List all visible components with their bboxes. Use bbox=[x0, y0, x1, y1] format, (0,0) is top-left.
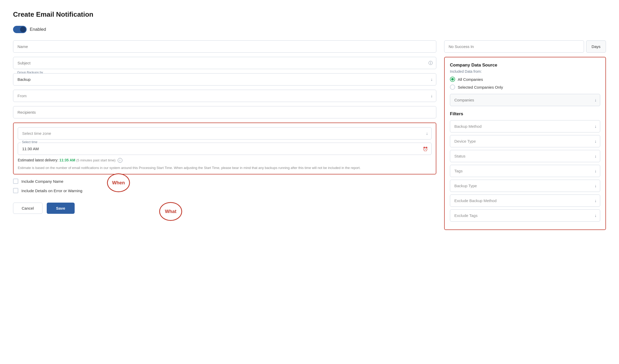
filter-backup-type-select[interactable]: Backup Type bbox=[450, 180, 600, 192]
from-wrapper: From ↓ bbox=[13, 90, 436, 102]
companies-dropdown-wrapper: ↓ bbox=[450, 94, 600, 106]
recipients-input[interactable] bbox=[13, 106, 436, 118]
filter-exclude-tags-select[interactable]: Exclude Tags bbox=[450, 209, 600, 222]
page-title: Create Email Notification bbox=[13, 10, 606, 19]
company-source-title: Company Data Source bbox=[450, 63, 600, 68]
group-backups-select[interactable]: Backup bbox=[13, 73, 436, 86]
filter-backup-method-wrapper: Backup Method ↓ bbox=[450, 120, 600, 132]
action-buttons: Cancel Save bbox=[13, 203, 436, 214]
subject-field-wrapper: ⓘ bbox=[13, 57, 436, 69]
filter-tags-select[interactable]: Tags bbox=[450, 165, 600, 177]
from-select[interactable]: From bbox=[13, 90, 436, 102]
include-details-row: Include Details on Error or Warning bbox=[13, 188, 436, 193]
include-company-checkbox[interactable] bbox=[13, 179, 18, 184]
estimate-description: Estimate is based on the number of email… bbox=[18, 166, 432, 170]
timezone-wrapper: Select time zone ↓ bbox=[18, 127, 432, 139]
time-section: Select time zone ↓ Select time ⏰ Estimat… bbox=[13, 123, 436, 174]
companies-input[interactable] bbox=[450, 94, 600, 106]
all-companies-radio[interactable] bbox=[450, 77, 455, 82]
recipients-wrapper bbox=[13, 106, 436, 118]
delivery-note: (5 minutes past start time) bbox=[76, 158, 115, 162]
selected-companies-radio-row[interactable]: Selected Companies Only bbox=[450, 84, 600, 90]
included-data-label: Included Data from: bbox=[450, 69, 600, 74]
include-company-label: Include Company Name bbox=[21, 179, 63, 184]
name-input[interactable] bbox=[13, 40, 436, 53]
time-input[interactable] bbox=[18, 143, 432, 155]
group-backups-wrapper: Group Backups by Backup ↓ bbox=[13, 73, 436, 86]
right-column: Days Company Data Source Included Data f… bbox=[444, 40, 606, 230]
delivery-info: Estimated latest delivery: 11:35 AM (5 m… bbox=[18, 158, 432, 163]
enabled-toggle[interactable] bbox=[13, 26, 27, 33]
filter-exclude-backup-method-select[interactable]: Exclude Backup Method bbox=[450, 195, 600, 207]
select-time-label: Select time bbox=[21, 140, 38, 144]
all-companies-label: All Companies bbox=[458, 77, 483, 82]
name-field-wrapper bbox=[13, 40, 436, 53]
subject-input[interactable] bbox=[13, 57, 436, 69]
cancel-button[interactable]: Cancel bbox=[13, 203, 43, 214]
filter-backup-type-wrapper: Backup Type ↓ bbox=[450, 180, 600, 192]
company-radio-group: All Companies Selected Companies Only bbox=[450, 77, 600, 90]
filter-exclude-backup-method-wrapper: Exclude Backup Method ↓ bbox=[450, 195, 600, 207]
enabled-label: Enabled bbox=[30, 27, 46, 32]
filters-list: Backup Method ↓ Device Type ↓ Status ↓ T… bbox=[450, 120, 600, 222]
clock-icon: ⏰ bbox=[423, 146, 428, 151]
no-success-input[interactable] bbox=[444, 40, 584, 53]
days-badge: Days bbox=[586, 40, 606, 53]
selected-companies-radio[interactable] bbox=[450, 84, 455, 90]
include-details-checkbox[interactable] bbox=[13, 188, 18, 193]
time-field-wrapper: Select time ⏰ bbox=[18, 143, 432, 155]
include-details-label: Include Details on Error or Warning bbox=[21, 189, 82, 193]
include-company-row: Include Company Name bbox=[13, 179, 436, 184]
filters-title: Filters bbox=[450, 111, 600, 117]
all-companies-radio-row[interactable]: All Companies bbox=[450, 77, 600, 82]
save-button[interactable]: Save bbox=[47, 203, 75, 214]
companies-chevron-icon: ↓ bbox=[594, 98, 597, 102]
filter-backup-method-select[interactable]: Backup Method bbox=[450, 120, 600, 132]
selected-companies-label: Selected Companies Only bbox=[458, 85, 503, 89]
timezone-select[interactable]: Select time zone bbox=[18, 127, 432, 139]
delivery-prefix: Estimated latest delivery: bbox=[18, 158, 59, 162]
filter-device-type-select[interactable]: Device Type bbox=[450, 135, 600, 147]
filter-exclude-tags-wrapper: Exclude Tags ↓ bbox=[450, 209, 600, 222]
filter-tags-wrapper: Tags ↓ bbox=[450, 165, 600, 177]
filter-status-select[interactable]: Status bbox=[450, 150, 600, 162]
no-success-row: Days bbox=[444, 40, 606, 53]
delivery-time: 11:35 AM bbox=[59, 158, 75, 162]
filter-device-type-wrapper: Device Type ↓ bbox=[450, 135, 600, 147]
delivery-info-icon[interactable]: i bbox=[118, 158, 122, 163]
filter-status-wrapper: Status ↓ bbox=[450, 150, 600, 162]
company-data-source-box: Company Data Source Included Data from: … bbox=[444, 57, 606, 230]
